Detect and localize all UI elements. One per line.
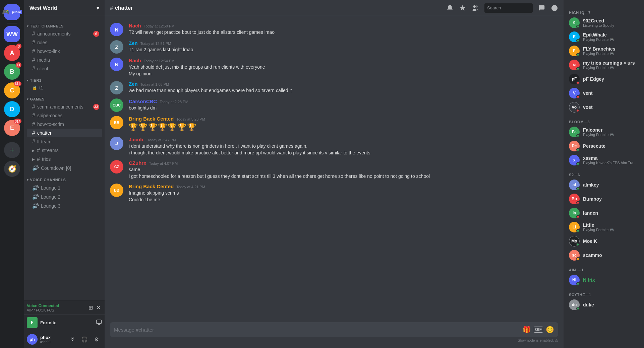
message-header: Zen Today at 1:08 PM <box>129 81 558 87</box>
channel-item-streams[interactable]: ▶ # streams <box>27 146 102 155</box>
emoji-button[interactable]: 😊 <box>546 326 554 334</box>
gif-button[interactable]: GIF <box>534 327 543 333</box>
server-icon-5[interactable]: E 314 <box>4 120 20 136</box>
user-settings-button[interactable]: ⚙ <box>91 334 102 345</box>
channel-item-chatter[interactable]: # chatter <box>27 129 102 137</box>
member-sidebar: HIGH IQ—7 9 902Creed Listening to Spotif… <box>564 0 644 348</box>
member-item-bumboy[interactable]: Bu Bumboy <box>566 192 641 206</box>
category-label: TIER1 <box>30 78 42 82</box>
server-list: 🎮 public WW A 3 B 11 C 614 D E 314 + 🧭 <box>0 0 24 348</box>
category-tier1[interactable]: ▾ TIER1 <box>24 73 105 84</box>
status-dot <box>576 229 580 232</box>
member-avatar: Mo <box>569 236 580 247</box>
member-item-almkey[interactable]: al almkey <box>566 178 641 192</box>
slowmode-notice: Slowmode is enabled. ⚠ <box>110 337 558 343</box>
status-dot <box>576 257 580 261</box>
member-name: my trios earnings > urs <box>583 60 639 66</box>
channel-item-rules[interactable]: # rules <box>27 38 102 47</box>
member-item-pf-edgey[interactable]: pF pF Edgey <box>566 72 641 86</box>
message-timestamp: Today at 12:50 PM <box>144 24 175 28</box>
search-input[interactable] <box>487 5 543 10</box>
status-dot <box>576 307 580 310</box>
channel-item-lounge3[interactable]: 🔊 Lounge 3 <box>27 201 102 210</box>
channel-item-lf-team[interactable]: # lf-team <box>27 137 102 146</box>
member-item-scammo[interactable]: sc scammo <box>566 249 641 262</box>
voice-disconnect-button[interactable]: ✕ <box>95 303 102 312</box>
member-group-header-aim: AIM.—1 <box>566 263 641 273</box>
member-item-vent[interactable]: V vent <box>566 86 641 100</box>
channel-item-client[interactable]: # client <box>27 64 102 73</box>
mute-button[interactable]: 🎙 <box>67 334 78 345</box>
server-icon-ww[interactable]: WW <box>4 26 20 42</box>
server-icon-2[interactable]: B 11 <box>4 64 20 80</box>
deafen-button[interactable]: 🎧 <box>79 334 90 345</box>
voice-settings-button[interactable]: ⊞ <box>87 303 94 312</box>
member-item-duke[interactable]: du duke <box>566 298 641 311</box>
channel-item-scrim-announcements[interactable]: # scrim-announcements 33 <box>27 102 102 111</box>
message-group: Z Zen Today at 1:08 PM we had more than … <box>105 80 564 96</box>
stream-button[interactable] <box>96 319 102 326</box>
search-box[interactable] <box>484 3 533 13</box>
members-icon[interactable] <box>472 4 479 12</box>
channel-item-lounge1[interactable]: 🔊 Lounge 1 <box>27 183 102 192</box>
member-item-epikwhale[interactable]: E EpikWhale Playing Fortnite 🎮 <box>566 30 641 44</box>
user-controls: 🎙 🎧 ⚙ <box>67 334 102 345</box>
server-icon-1[interactable]: A 3 <box>4 45 20 61</box>
member-activity: Listening to Spotify <box>583 23 639 27</box>
add-server-button[interactable]: + <box>4 142 20 158</box>
member-avatar: F <box>569 46 580 56</box>
channel-item-announcements[interactable]: # announcements 6 <box>27 29 102 38</box>
channel-item-countdown[interactable]: 🔊 Countdown [0] <box>27 163 102 172</box>
category-text-channels[interactable]: ▾ TEXT CHANNELS <box>24 19 105 29</box>
member-item-landen[interactable]: la landen <box>566 206 641 220</box>
member-item-little[interactable]: Li Little Playing Fortnite 🎮 <box>566 220 641 234</box>
member-item-voet[interactable]: vo voet <box>566 100 641 114</box>
lock-icon: 🔒 <box>32 85 37 90</box>
server-name: West World <box>30 5 57 11</box>
server-icon-3[interactable]: C 614 <box>4 82 20 98</box>
member-avatar: E <box>569 31 580 42</box>
explore-servers-icon[interactable]: 🧭 <box>4 161 20 177</box>
member-info: EpikWhale Playing Fortnite 🎮 <box>583 32 639 42</box>
channel-item-trios[interactable]: ▶ # trios <box>27 155 102 163</box>
server-header[interactable]: West World ▾ <box>24 0 105 16</box>
member-item-falconer[interactable]: Fa Falconer Playing Fortnite 🎮 <box>566 125 641 139</box>
message-input[interactable] <box>114 324 523 336</box>
channel-item-t1[interactable]: 🔒 t1 <box>27 84 102 92</box>
member-item-moelk[interactable]: Mo MoelK <box>566 234 641 248</box>
member-avatar: vo <box>569 102 580 113</box>
channel-item-lounge2[interactable]: 🔊 Lounge 2 <box>27 192 102 201</box>
bell-icon[interactable] <box>446 4 454 12</box>
member-info: voet <box>583 105 639 110</box>
channel-item-snipe-codes[interactable]: # snipe-codes <box>27 111 102 120</box>
server-icon-label: WW <box>6 31 18 38</box>
inbox-icon[interactable] <box>538 4 545 12</box>
category-games[interactable]: ▾ GAMES <box>24 92 105 102</box>
server-icon-4[interactable]: D <box>4 101 20 117</box>
member-avatar: du <box>569 299 580 310</box>
status-dot <box>576 243 579 246</box>
pin-icon[interactable] <box>459 4 466 12</box>
member-item-xasma[interactable]: x xasma Playing KovaaK's FPS Aim Tra... <box>566 153 641 167</box>
messages-area[interactable]: N Nach Today at 12:50 PM T2 will never g… <box>105 16 564 322</box>
channel-item-how-to-scrim[interactable]: # how-to-scrim <box>27 120 102 129</box>
voice-icon: 🔊 <box>32 194 39 200</box>
message-timestamp: Today at 4:07 PM <box>149 161 178 165</box>
public-badge: public <box>11 10 22 14</box>
message-group: BB Bring Back Cented Today at 4:21 PM Im… <box>105 182 564 204</box>
member-item-persecute[interactable]: Pe Persecute <box>566 139 641 153</box>
member-avatar: x <box>569 155 580 165</box>
member-item-fly-branchies[interactable]: F FLY Branchies Playing Fortnite 🎮 <box>566 44 641 58</box>
member-item-nitrix[interactable]: Ni Nitrix <box>566 273 641 287</box>
category-voice[interactable]: ▾ VOICE CHANNELS <box>24 172 105 183</box>
channel-item-media[interactable]: # media <box>27 56 102 64</box>
message-header: Bring Back Cented Today at 4:21 PM <box>129 184 558 189</box>
avatar: J <box>110 137 123 150</box>
home-server-icon[interactable]: 🎮 public <box>4 4 20 20</box>
member-item-my-trios[interactable]: M my trios earnings > urs Playing Fortni… <box>566 58 641 72</box>
channel-item-how-to-link[interactable]: # how-to-link <box>27 47 102 56</box>
help-icon[interactable] <box>551 4 558 12</box>
gift-button[interactable]: 🎁 <box>523 326 531 334</box>
hash-icon: # <box>32 113 35 119</box>
member-item-902creed[interactable]: 9 902Creed Listening to Spotify <box>566 16 641 29</box>
